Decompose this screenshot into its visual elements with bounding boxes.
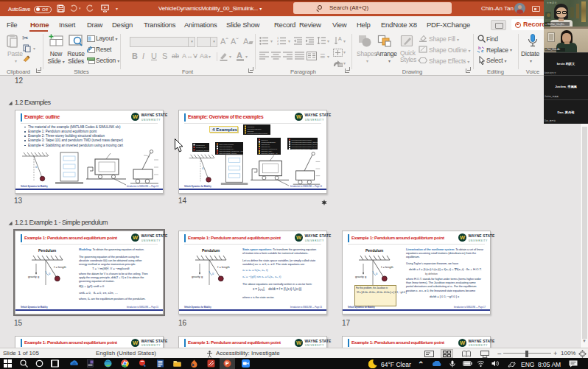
svg-text:P: P	[225, 361, 229, 366]
svg-text:gravity g: gravity g	[28, 275, 39, 278]
svg-text:Pendulum: Pendulum	[365, 248, 384, 253]
svg-text:Pendulum: Pendulum	[202, 248, 220, 253]
svg-text:Simulation: Simulation	[248, 125, 256, 127]
svg-text:ℓ = length: ℓ = length	[217, 265, 230, 269]
svg-text:θ: θ	[376, 272, 378, 275]
svg-text:θ: θ	[49, 272, 51, 275]
svg-text:ℓ = length: ℓ = length	[381, 265, 393, 269]
svg-text:MyFun.m: MyFun.m	[262, 139, 268, 141]
svg-text:Pendulum.m: Pendulum.m	[196, 144, 205, 145]
svg-text:InvertedPendulumMovingCart: InvertedPendulumMovingCart	[248, 132, 268, 133]
svg-text:Pendulum: Pendulum	[38, 248, 57, 253]
svg-text:c: c	[481, 49, 484, 53]
svg-text:θ: θ	[212, 272, 214, 275]
svg-text:ThreeStoreyBuilding: ThreeStoreyBuilding	[248, 127, 262, 129]
svg-text:Three-storey building: Three-storey building	[220, 143, 234, 144]
svg-text:gravity g: gravity g	[355, 275, 366, 278]
svg-text:ℓ = length: ℓ = length	[54, 265, 66, 269]
svg-text:gravity g: gravity g	[192, 275, 203, 278]
svg-text:InvertedPendulumMovingCart: InvertedPendulumMovingCart	[291, 139, 312, 141]
svg-text:PendulumTMD1DOF: PendulumTMD1DOF	[262, 141, 276, 143]
svg-text:Taipei101: Taipei101	[248, 130, 255, 131]
svg-text:3: 3	[277, 42, 279, 45]
svg-text:θ: θ	[202, 167, 203, 170]
svg-text:A: A	[338, 36, 342, 41]
svg-text:InvertedPendulumMovingC…_Nonli: InvertedPendulumMovingC…_Nonlinear.slx	[291, 148, 318, 150]
svg-text:Taipei101.m: Taipei101.m	[262, 144, 270, 145]
svg-text:ThreestoreyBldg.m: ThreestoreyBldg.m	[220, 145, 233, 147]
svg-text:Taipei101.slx: Taipei101.slx	[262, 146, 271, 147]
